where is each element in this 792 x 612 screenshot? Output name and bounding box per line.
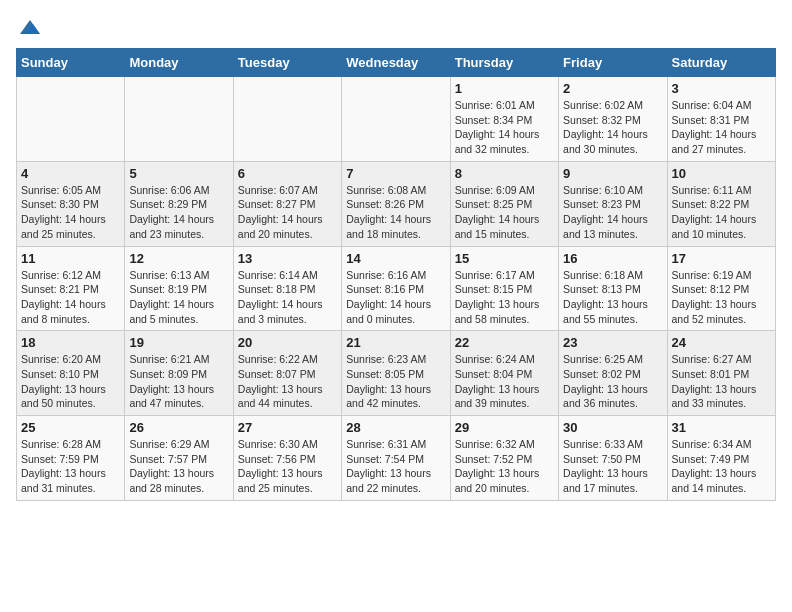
day-number: 9 <box>563 166 662 181</box>
calendar-cell: 22Sunrise: 6:24 AM Sunset: 8:04 PM Dayli… <box>450 331 558 416</box>
day-info: Sunrise: 6:30 AM Sunset: 7:56 PM Dayligh… <box>238 437 337 496</box>
day-number: 31 <box>672 420 771 435</box>
day-number: 17 <box>672 251 771 266</box>
day-info: Sunrise: 6:02 AM Sunset: 8:32 PM Dayligh… <box>563 98 662 157</box>
day-info: Sunrise: 6:08 AM Sunset: 8:26 PM Dayligh… <box>346 183 445 242</box>
day-number: 3 <box>672 81 771 96</box>
calendar-cell: 18Sunrise: 6:20 AM Sunset: 8:10 PM Dayli… <box>17 331 125 416</box>
weekday-header-row: SundayMondayTuesdayWednesdayThursdayFrid… <box>17 49 776 77</box>
calendar-cell: 25Sunrise: 6:28 AM Sunset: 7:59 PM Dayli… <box>17 416 125 501</box>
day-info: Sunrise: 6:07 AM Sunset: 8:27 PM Dayligh… <box>238 183 337 242</box>
logo-icon <box>18 16 42 40</box>
day-info: Sunrise: 6:33 AM Sunset: 7:50 PM Dayligh… <box>563 437 662 496</box>
day-number: 25 <box>21 420 120 435</box>
calendar-cell: 23Sunrise: 6:25 AM Sunset: 8:02 PM Dayli… <box>559 331 667 416</box>
calendar-body: 1Sunrise: 6:01 AM Sunset: 8:34 PM Daylig… <box>17 77 776 501</box>
calendar-cell <box>342 77 450 162</box>
calendar-cell: 8Sunrise: 6:09 AM Sunset: 8:25 PM Daylig… <box>450 161 558 246</box>
weekday-header-monday: Monday <box>125 49 233 77</box>
calendar-cell: 24Sunrise: 6:27 AM Sunset: 8:01 PM Dayli… <box>667 331 775 416</box>
day-number: 6 <box>238 166 337 181</box>
day-info: Sunrise: 6:09 AM Sunset: 8:25 PM Dayligh… <box>455 183 554 242</box>
page-header <box>16 16 776 36</box>
calendar-cell: 4Sunrise: 6:05 AM Sunset: 8:30 PM Daylig… <box>17 161 125 246</box>
calendar-week-2: 4Sunrise: 6:05 AM Sunset: 8:30 PM Daylig… <box>17 161 776 246</box>
calendar-cell: 2Sunrise: 6:02 AM Sunset: 8:32 PM Daylig… <box>559 77 667 162</box>
calendar-cell: 6Sunrise: 6:07 AM Sunset: 8:27 PM Daylig… <box>233 161 341 246</box>
weekday-header-sunday: Sunday <box>17 49 125 77</box>
day-info: Sunrise: 6:20 AM Sunset: 8:10 PM Dayligh… <box>21 352 120 411</box>
calendar-cell: 12Sunrise: 6:13 AM Sunset: 8:19 PM Dayli… <box>125 246 233 331</box>
day-number: 12 <box>129 251 228 266</box>
calendar-cell <box>125 77 233 162</box>
day-number: 14 <box>346 251 445 266</box>
calendar-week-5: 25Sunrise: 6:28 AM Sunset: 7:59 PM Dayli… <box>17 416 776 501</box>
calendar-cell: 17Sunrise: 6:19 AM Sunset: 8:12 PM Dayli… <box>667 246 775 331</box>
calendar-cell: 20Sunrise: 6:22 AM Sunset: 8:07 PM Dayli… <box>233 331 341 416</box>
day-info: Sunrise: 6:19 AM Sunset: 8:12 PM Dayligh… <box>672 268 771 327</box>
calendar-cell: 19Sunrise: 6:21 AM Sunset: 8:09 PM Dayli… <box>125 331 233 416</box>
day-number: 22 <box>455 335 554 350</box>
calendar-cell: 10Sunrise: 6:11 AM Sunset: 8:22 PM Dayli… <box>667 161 775 246</box>
calendar-week-3: 11Sunrise: 6:12 AM Sunset: 8:21 PM Dayli… <box>17 246 776 331</box>
day-number: 10 <box>672 166 771 181</box>
calendar-cell: 1Sunrise: 6:01 AM Sunset: 8:34 PM Daylig… <box>450 77 558 162</box>
calendar-cell: 13Sunrise: 6:14 AM Sunset: 8:18 PM Dayli… <box>233 246 341 331</box>
weekday-header-friday: Friday <box>559 49 667 77</box>
day-info: Sunrise: 6:24 AM Sunset: 8:04 PM Dayligh… <box>455 352 554 411</box>
day-info: Sunrise: 6:06 AM Sunset: 8:29 PM Dayligh… <box>129 183 228 242</box>
day-info: Sunrise: 6:13 AM Sunset: 8:19 PM Dayligh… <box>129 268 228 327</box>
calendar-cell: 21Sunrise: 6:23 AM Sunset: 8:05 PM Dayli… <box>342 331 450 416</box>
calendar-cell: 3Sunrise: 6:04 AM Sunset: 8:31 PM Daylig… <box>667 77 775 162</box>
day-info: Sunrise: 6:29 AM Sunset: 7:57 PM Dayligh… <box>129 437 228 496</box>
day-info: Sunrise: 6:28 AM Sunset: 7:59 PM Dayligh… <box>21 437 120 496</box>
weekday-header-wednesday: Wednesday <box>342 49 450 77</box>
weekday-header-thursday: Thursday <box>450 49 558 77</box>
day-number: 24 <box>672 335 771 350</box>
day-info: Sunrise: 6:25 AM Sunset: 8:02 PM Dayligh… <box>563 352 662 411</box>
calendar-cell: 29Sunrise: 6:32 AM Sunset: 7:52 PM Dayli… <box>450 416 558 501</box>
day-info: Sunrise: 6:14 AM Sunset: 8:18 PM Dayligh… <box>238 268 337 327</box>
calendar-cell: 15Sunrise: 6:17 AM Sunset: 8:15 PM Dayli… <box>450 246 558 331</box>
calendar-week-1: 1Sunrise: 6:01 AM Sunset: 8:34 PM Daylig… <box>17 77 776 162</box>
day-number: 8 <box>455 166 554 181</box>
calendar-cell <box>233 77 341 162</box>
day-number: 13 <box>238 251 337 266</box>
day-number: 16 <box>563 251 662 266</box>
calendar-cell: 16Sunrise: 6:18 AM Sunset: 8:13 PM Dayli… <box>559 246 667 331</box>
day-number: 20 <box>238 335 337 350</box>
calendar-cell: 28Sunrise: 6:31 AM Sunset: 7:54 PM Dayli… <box>342 416 450 501</box>
day-info: Sunrise: 6:27 AM Sunset: 8:01 PM Dayligh… <box>672 352 771 411</box>
calendar-cell: 5Sunrise: 6:06 AM Sunset: 8:29 PM Daylig… <box>125 161 233 246</box>
day-info: Sunrise: 6:16 AM Sunset: 8:16 PM Dayligh… <box>346 268 445 327</box>
day-info: Sunrise: 6:17 AM Sunset: 8:15 PM Dayligh… <box>455 268 554 327</box>
day-info: Sunrise: 6:22 AM Sunset: 8:07 PM Dayligh… <box>238 352 337 411</box>
calendar-cell: 27Sunrise: 6:30 AM Sunset: 7:56 PM Dayli… <box>233 416 341 501</box>
day-info: Sunrise: 6:32 AM Sunset: 7:52 PM Dayligh… <box>455 437 554 496</box>
calendar-table: SundayMondayTuesdayWednesdayThursdayFrid… <box>16 48 776 501</box>
calendar-cell: 9Sunrise: 6:10 AM Sunset: 8:23 PM Daylig… <box>559 161 667 246</box>
day-number: 19 <box>129 335 228 350</box>
day-info: Sunrise: 6:04 AM Sunset: 8:31 PM Dayligh… <box>672 98 771 157</box>
day-number: 2 <box>563 81 662 96</box>
logo <box>16 16 42 36</box>
weekday-header-tuesday: Tuesday <box>233 49 341 77</box>
day-number: 23 <box>563 335 662 350</box>
day-number: 4 <box>21 166 120 181</box>
calendar-cell: 11Sunrise: 6:12 AM Sunset: 8:21 PM Dayli… <box>17 246 125 331</box>
calendar-cell: 7Sunrise: 6:08 AM Sunset: 8:26 PM Daylig… <box>342 161 450 246</box>
day-info: Sunrise: 6:21 AM Sunset: 8:09 PM Dayligh… <box>129 352 228 411</box>
day-number: 11 <box>21 251 120 266</box>
calendar-cell: 26Sunrise: 6:29 AM Sunset: 7:57 PM Dayli… <box>125 416 233 501</box>
day-number: 21 <box>346 335 445 350</box>
day-info: Sunrise: 6:10 AM Sunset: 8:23 PM Dayligh… <box>563 183 662 242</box>
calendar-week-4: 18Sunrise: 6:20 AM Sunset: 8:10 PM Dayli… <box>17 331 776 416</box>
day-number: 15 <box>455 251 554 266</box>
day-info: Sunrise: 6:05 AM Sunset: 8:30 PM Dayligh… <box>21 183 120 242</box>
day-number: 5 <box>129 166 228 181</box>
day-info: Sunrise: 6:18 AM Sunset: 8:13 PM Dayligh… <box>563 268 662 327</box>
calendar-cell: 14Sunrise: 6:16 AM Sunset: 8:16 PM Dayli… <box>342 246 450 331</box>
calendar-cell <box>17 77 125 162</box>
day-number: 29 <box>455 420 554 435</box>
day-number: 18 <box>21 335 120 350</box>
